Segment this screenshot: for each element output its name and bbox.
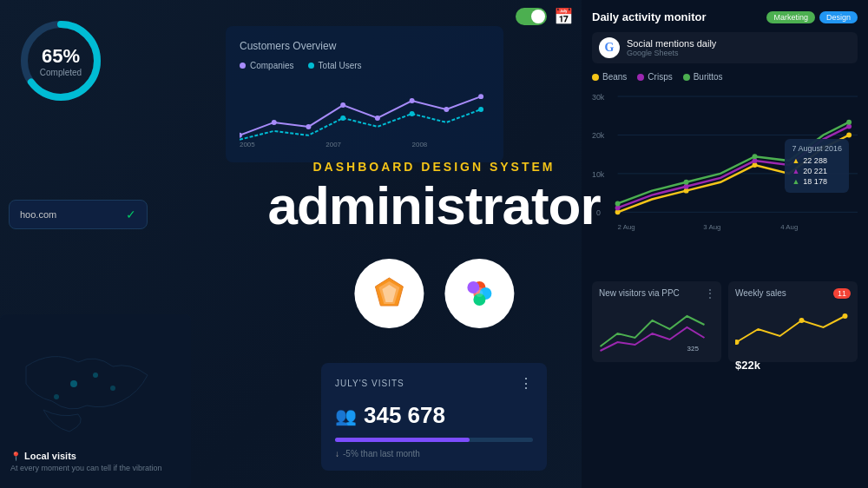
svg-point-25 — [478, 107, 483, 112]
right-panel: Daily activity monitor Marketing Design … — [582, 0, 868, 488]
bottom-cards-row: New visitors via PPC ⋮ 325 Weekly sales … — [592, 281, 858, 362]
beans-dot — [592, 74, 599, 81]
toggle-switch[interactable] — [516, 8, 547, 25]
social-name: Social mentions daily — [627, 38, 716, 49]
social-source: Google Sheets — [627, 49, 716, 57]
svg-point-8 — [476, 290, 483, 297]
svg-point-41 — [846, 133, 852, 138]
svg-text:2007: 2007 — [326, 141, 341, 148]
ppc-menu-icon[interactable]: ⋮ — [704, 287, 716, 300]
svg-point-48 — [753, 154, 758, 159]
svg-point-21 — [444, 107, 449, 112]
companies-label: Companies — [250, 61, 294, 70]
visits-menu-icon[interactable]: ⋮ — [519, 375, 533, 392]
visits-number: 👥 345 678 — [335, 402, 533, 429]
google-icon: G — [599, 37, 620, 58]
social-info: Social mentions daily Google Sheets — [627, 38, 716, 57]
hero-icons — [267, 259, 600, 328]
filter-badges: Marketing Design — [766, 11, 858, 23]
calendar-icon[interactable]: 📅 — [554, 7, 573, 26]
toggle-knob — [531, 10, 545, 23]
tooltip-value-3: 18 178 — [803, 177, 827, 186]
svg-text:20k: 20k — [592, 131, 605, 140]
tooltip-value-1: 22 288 — [803, 156, 827, 165]
svg-point-19 — [375, 115, 380, 121]
design-badge[interactable]: Design — [819, 11, 858, 23]
total-users-dot — [308, 63, 314, 69]
customers-card: Customers Overview Companies Total Users — [226, 26, 503, 162]
weekly-sales-badge: 11 — [833, 288, 851, 299]
visits-progress-fill — [335, 438, 470, 442]
daily-title: Daily activity monitor — [592, 10, 706, 23]
tooltip-row-1: ▲ 22 288 — [792, 156, 842, 165]
total-users-label: Total Users — [319, 61, 362, 70]
visits-progress-bar — [335, 438, 533, 442]
svg-point-24 — [410, 111, 415, 116]
legend-crisps: Crisps — [637, 72, 672, 82]
svg-point-18 — [340, 102, 345, 108]
weekly-chart: $22k — [735, 303, 851, 355]
svg-text:30k: 30k — [592, 93, 605, 102]
ppc-card: New visitors via PPC ⋮ 325 — [592, 281, 721, 362]
sketch-icon-circle — [354, 259, 424, 328]
visits-card: JULY'S VISITS ⋮ 👥 345 678 ↓ -5% than las… — [321, 363, 547, 471]
burittos-dot — [683, 74, 690, 81]
svg-point-23 — [340, 115, 345, 121]
chart-legend: Beans Crisps Burittos — [592, 72, 858, 82]
figma-icon-circle — [444, 259, 514, 328]
tooltip-date: 7 August 2016 — [792, 144, 842, 153]
visits-change: ↓ -5% than last month — [335, 449, 533, 458]
customers-svg: 2005 2007 2008 — [240, 79, 490, 148]
hero-section: DASHBOARD DESIGN SYSTEM administrator — [267, 160, 600, 328]
weekly-svg — [735, 303, 851, 355]
marketing-badge[interactable]: Marketing — [766, 11, 815, 23]
customers-legend: Companies Total Users — [240, 61, 490, 70]
visits-count: 345 678 — [364, 402, 445, 429]
svg-text:2008: 2008 — [412, 141, 428, 148]
legend-companies: Companies — [240, 61, 294, 70]
daily-header: Daily activity monitor Marketing Design — [592, 10, 858, 23]
tooltip-value-2: 20 221 — [803, 167, 827, 175]
burittos-label: Burittos — [694, 72, 723, 82]
ppc-svg: 325 — [599, 303, 714, 355]
svg-text:4 Aug: 4 Aug — [780, 223, 798, 231]
svg-point-46 — [615, 201, 621, 206]
weekly-sales-card: Weekly sales 11 $22k — [728, 281, 858, 362]
hero-title: administrator — [267, 179, 600, 233]
up-arrow-1: ▲ — [792, 156, 799, 165]
svg-point-55 — [799, 318, 805, 323]
svg-point-49 — [846, 120, 852, 125]
hero-subtitle: DASHBOARD DESIGN SYSTEM — [267, 160, 600, 174]
ppc-title: New visitors via PPC — [599, 288, 714, 298]
visits-title: JULY'S VISITS — [335, 379, 404, 388]
legend-beans: Beans — [592, 72, 627, 82]
up-arrow-2: ▲ — [792, 167, 799, 175]
activity-chart: 30k 20k 10k 0 2 Aug 3 Aug — [592, 87, 858, 260]
visits-change-text: -5% than last month — [343, 449, 420, 458]
crisps-dot — [637, 74, 644, 81]
svg-point-20 — [410, 98, 415, 103]
toggle-area: 📅 — [516, 7, 573, 26]
svg-point-15 — [240, 133, 242, 138]
down-arrow-icon: ↓ — [335, 449, 339, 458]
customers-title: Customers Overview — [240, 40, 490, 52]
beans-label: Beans — [602, 72, 627, 82]
visits-header: JULY'S VISITS ⋮ — [335, 375, 533, 392]
legend-total-users: Total Users — [308, 61, 362, 70]
svg-point-22 — [478, 94, 483, 99]
svg-point-17 — [306, 124, 311, 129]
svg-point-56 — [843, 313, 848, 319]
svg-point-16 — [272, 120, 277, 125]
customers-chart: 2005 2007 2008 — [240, 79, 490, 148]
tooltip-row-2: ▲ 20 221 — [792, 167, 842, 175]
crisps-label: Crisps — [648, 72, 672, 82]
svg-text:2005: 2005 — [240, 141, 255, 148]
svg-text:3 Aug: 3 Aug — [703, 223, 720, 231]
visitors-icon: 👥 — [335, 406, 357, 426]
chart-tooltip: 7 August 2016 ▲ 22 288 ▲ 20 221 ▲ 18 178 — [785, 139, 849, 193]
svg-text:325: 325 — [687, 345, 700, 353]
up-arrow-3: ▲ — [792, 177, 799, 186]
social-mentions-row: G Social mentions daily Google Sheets — [592, 32, 858, 63]
svg-text:2 Aug: 2 Aug — [618, 223, 635, 231]
ppc-chart: 325 — [599, 303, 714, 355]
